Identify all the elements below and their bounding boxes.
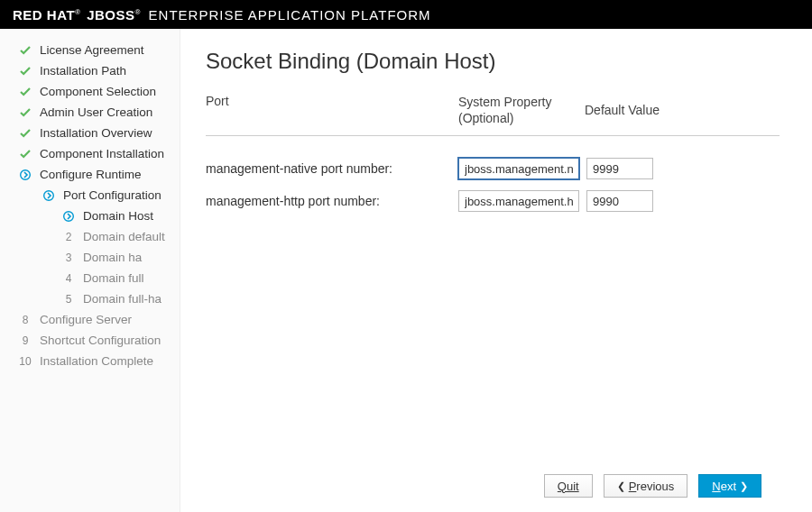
col-header-default-value: Default Value (585, 103, 780, 117)
step-label: Shortcut Configuration (40, 334, 161, 347)
check-icon (16, 45, 34, 56)
step-number: 5 (60, 293, 78, 306)
chevron-left-icon: ❮ (617, 480, 625, 492)
next-button[interactable]: Next ❯ (698, 474, 761, 498)
arrow-right-icon (60, 211, 78, 222)
brand-reg-mark-2: ® (135, 8, 141, 16)
row-management-http: management-http port number: (206, 187, 780, 215)
step-label: Domain Host (83, 209, 153, 223)
substep-domain-ha: 3 Domain ha (0, 247, 180, 268)
quit-label: Quit (558, 480, 579, 493)
step-label: Domain ha (83, 251, 142, 264)
brand-redhat: RED HAT (13, 7, 75, 23)
col-header-port: Port (206, 94, 458, 126)
step-label: License Agreement (40, 43, 144, 57)
system-property-input[interactable] (458, 190, 579, 212)
step-component-install: Component Installation (0, 143, 180, 164)
step-shortcut-config: 9 Shortcut Configuration (0, 330, 180, 351)
divider (206, 135, 780, 136)
step-configure-server: 8 Configure Server (0, 309, 180, 330)
sidebar: License Agreement Installation Path Comp… (0, 29, 180, 512)
step-install-complete: 10 Installation Complete (0, 351, 180, 371)
brand-jboss: JBOSS (87, 7, 134, 23)
column-headers: Port System Property (Optional) Default … (206, 94, 780, 126)
step-label: Domain full (83, 271, 144, 285)
step-label: Configure Server (40, 313, 132, 326)
step-label: Installation Complete (40, 354, 153, 368)
step-installpath: Installation Path (0, 60, 180, 81)
step-license: License Agreement (0, 40, 180, 60)
footer-buttons: Quit ❮ Previous Next ❯ (206, 469, 780, 512)
step-configure-runtime: Configure Runtime (0, 164, 180, 185)
step-label: Port Configuration (63, 188, 161, 202)
default-value-input[interactable] (586, 190, 653, 212)
step-label: Domain default (83, 230, 165, 243)
main-content: Socket Binding (Domain Host) Port System… (180, 29, 812, 512)
brand-product: ENTERPRISE APPLICATION PLATFORM (149, 7, 431, 23)
substep-domain-host: Domain Host (0, 206, 180, 226)
check-icon (16, 149, 34, 160)
row-label: management-native port number: (206, 161, 458, 176)
page-title: Socket Binding (Domain Host) (206, 49, 780, 74)
check-icon (16, 128, 34, 139)
col-header-system-property: System Property (Optional) (458, 94, 585, 126)
step-number: 10 (16, 355, 34, 368)
check-icon (16, 87, 34, 97)
step-number: 4 (60, 272, 78, 285)
svg-point-1 (44, 190, 54, 200)
substep-domain-full: 4 Domain full (0, 268, 180, 288)
step-label: Domain full-ha (83, 292, 161, 306)
step-number: 3 (60, 251, 78, 264)
step-label: Component Installation (40, 147, 164, 160)
row-label: management-http port number: (206, 194, 458, 208)
previous-button[interactable]: ❮ Previous (604, 474, 688, 498)
default-value-input[interactable] (586, 158, 653, 179)
step-number: 2 (60, 231, 78, 243)
step-install-overview: Installation Overview (0, 123, 180, 143)
svg-point-2 (64, 211, 74, 221)
substep-domain-default: 2 Domain default (0, 226, 180, 247)
chevron-right-icon: ❯ (740, 480, 748, 492)
step-number: 8 (16, 314, 34, 326)
step-number: 9 (16, 334, 34, 347)
step-label: Configure Runtime (40, 168, 142, 181)
arrow-right-icon (40, 190, 58, 201)
substep-domain-full-ha: 5 Domain full-ha (0, 288, 180, 309)
check-icon (16, 107, 34, 118)
brand-logo: RED HAT® JBOSS® ENTERPRISE APPLICATION P… (13, 7, 431, 23)
step-component-selection: Component Selection (0, 81, 180, 102)
step-port-config: Port Configuration (0, 185, 180, 206)
step-label: Installation Path (40, 64, 126, 78)
header-bar: RED HAT® JBOSS® ENTERPRISE APPLICATION P… (0, 0, 812, 29)
app-window: RED HAT® JBOSS® ENTERPRISE APPLICATION P… (0, 0, 812, 512)
row-management-native: management-native port number: (206, 154, 780, 183)
brand-reg-mark: ® (75, 8, 80, 16)
step-label: Installation Overview (40, 126, 152, 140)
system-property-input[interactable] (458, 158, 579, 179)
body: License Agreement Installation Path Comp… (0, 29, 812, 512)
step-label: Admin User Creation (40, 105, 152, 119)
arrow-right-icon (16, 169, 34, 180)
step-admin-user: Admin User Creation (0, 102, 180, 123)
check-icon (16, 66, 34, 77)
step-label: Component Selection (40, 85, 156, 98)
quit-button[interactable]: Quit (544, 474, 593, 498)
svg-point-0 (21, 169, 31, 179)
